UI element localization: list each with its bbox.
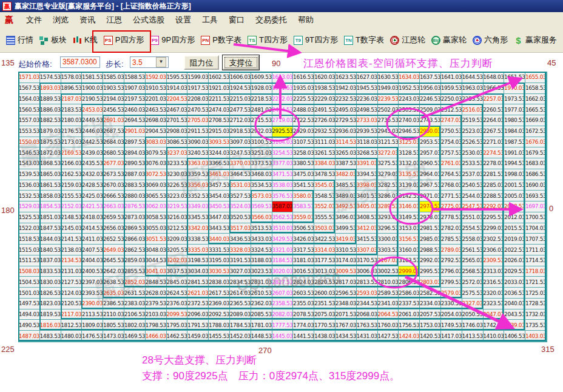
gann-cell: 1753.03 bbox=[420, 320, 441, 331]
gann-cell: 2684.03 bbox=[103, 137, 124, 148]
gann-cell: 2978.03 bbox=[420, 212, 441, 223]
gann-cell: 2887.03 bbox=[124, 169, 146, 180]
start-price-input[interactable]: 3587.0300 bbox=[60, 56, 100, 68]
gann-cell: 3478.53 bbox=[314, 169, 335, 180]
gann-cell: 2026.03 bbox=[504, 255, 525, 266]
toolbar-t-number-table[interactable]: TN T数字表 bbox=[344, 35, 384, 46]
gann-cell: 2292.03 bbox=[484, 201, 505, 212]
gann-cell: 3342.03 bbox=[187, 223, 209, 234]
gann-cell: 1567.53 bbox=[19, 83, 40, 94]
combo-dropdown-icon[interactable]: ▼ bbox=[156, 57, 166, 67]
step-combobox[interactable]: 3.5 ▼ bbox=[130, 56, 169, 68]
gann-cell: 2638.53 bbox=[103, 277, 124, 288]
toolbar-sectors[interactable]: 板块 bbox=[39, 35, 67, 46]
gann-cell: 2631.53 bbox=[124, 288, 146, 299]
gann-cell: 2880.03 bbox=[124, 191, 146, 201]
gann-cell: 3583.53 bbox=[293, 201, 314, 212]
gann-cell: 3167.03 bbox=[378, 255, 399, 266]
menu-stock-picker[interactable]: 公式选股 bbox=[127, 13, 170, 27]
toolbar-p-number-table[interactable]: PN P数字表 bbox=[201, 35, 241, 46]
gann-cell: 2558.03 bbox=[462, 234, 484, 245]
toolbar-winner-service[interactable]: $ 赢家服务 bbox=[514, 35, 557, 46]
gann-cell: 1641.03 bbox=[441, 72, 462, 83]
gann-cell: 2131.03 bbox=[61, 266, 83, 277]
gann-cell: 3492.53 bbox=[335, 201, 357, 212]
gann-cell: 2666.53 bbox=[103, 191, 124, 201]
gann-cell: 1970.03 bbox=[504, 83, 525, 94]
gann-cell: 1560.53 bbox=[19, 104, 40, 115]
menu-bar: 赢 文件 浏览 资讯 江恩 公式选股 设置 工具 窗口 交易委托 帮助 bbox=[0, 12, 563, 28]
gann-cell: 2099.53 bbox=[167, 309, 188, 320]
gann-cell: 2876.53 bbox=[124, 201, 146, 212]
gann-cell: 3517.03 bbox=[230, 223, 251, 234]
gann-cell: 2435.53 bbox=[82, 158, 103, 169]
toolbar-9t-square[interactable]: T9 9T四方形 bbox=[294, 35, 338, 46]
toolbar-9p-square[interactable]: P9 9P四方形 bbox=[150, 35, 195, 46]
toolbar-gann-wheel[interactable]: 江恩轮 bbox=[390, 35, 425, 46]
gann-cell: 3128.53 bbox=[399, 147, 420, 158]
gann-cell: 2936.03 bbox=[335, 126, 357, 137]
gann-cell: 2236.03 bbox=[357, 94, 378, 105]
gann-cell: 2344.53 bbox=[357, 299, 378, 309]
gann-cell: 2456.53 bbox=[103, 104, 124, 115]
gann-cell: 1445.03 bbox=[272, 331, 294, 342]
menu-trade[interactable]: 交易委托 bbox=[250, 13, 292, 27]
gann-cell: 3429.53 bbox=[272, 234, 294, 245]
gann-cell: 2670.03 bbox=[103, 180, 124, 191]
support-button[interactable]: 支撑位 bbox=[223, 55, 259, 70]
menu-window[interactable]: 窗口 bbox=[223, 13, 250, 27]
gann-cell: 1700.53 bbox=[525, 212, 547, 223]
gann-cell: 2348.03 bbox=[335, 299, 357, 309]
gann-cell: 2463.53 bbox=[146, 104, 167, 115]
gann-cell: 3300.03 bbox=[378, 234, 399, 245]
gann-cell: 2141.53 bbox=[61, 234, 83, 245]
gann-cell: 3027.03 bbox=[230, 266, 251, 277]
gann-cell: 3506.53 bbox=[293, 223, 314, 234]
menu-gann[interactable]: 江恩 bbox=[101, 13, 127, 27]
gann-cell: 3562.53 bbox=[272, 212, 294, 223]
menu-file[interactable]: 文件 bbox=[21, 13, 47, 27]
gann-cell: 2411.03 bbox=[82, 234, 103, 245]
toolbar-quotes[interactable]: 行情 bbox=[6, 35, 33, 46]
resistance-button[interactable]: 阻力位 bbox=[184, 55, 219, 70]
toolbar-p-square[interactable]: PS P四方形 bbox=[104, 35, 144, 46]
gann-cell: 1532.53 bbox=[19, 191, 40, 201]
gann-cell: 3254.53 bbox=[272, 147, 294, 158]
gann-cell: 3083.03 bbox=[146, 137, 167, 148]
gann-cell: 1788.03 bbox=[209, 320, 230, 331]
gann-cell: 3576.53 bbox=[272, 191, 294, 201]
gann-cell: 2442.53 bbox=[82, 137, 103, 148]
gann-cell: 1994.53 bbox=[504, 158, 525, 169]
gann-cell: 2722.53 bbox=[293, 115, 314, 126]
gann-cell: 3457.53 bbox=[209, 180, 230, 191]
menu-browse[interactable]: 浏览 bbox=[47, 13, 74, 27]
gann-cell: 3076.03 bbox=[146, 158, 167, 169]
gann-cell: 2012.03 bbox=[504, 212, 525, 223]
gann-cell: 2537.03 bbox=[462, 169, 484, 180]
gann-cell: 2239.53 bbox=[378, 94, 399, 105]
gann-cell: 1910.53 bbox=[146, 83, 167, 94]
gann-cell: 3380.53 bbox=[293, 158, 314, 169]
gann-cell: 3100.53 bbox=[251, 137, 272, 148]
menu-news[interactable]: 资讯 bbox=[74, 13, 101, 27]
gann-cell: 1805.53 bbox=[103, 320, 124, 331]
menu-settings[interactable]: 设置 bbox=[170, 13, 197, 27]
gann-cell: 2232.53 bbox=[335, 94, 357, 105]
toolbar-winner-wheel[interactable]: Big 赢家轮 bbox=[431, 35, 467, 46]
toolbar-kline[interactable]: K线 bbox=[73, 35, 98, 46]
toolbar-hexagon[interactable]: 六角形 bbox=[473, 35, 508, 46]
toolbar-t-square[interactable]: TS T四方形 bbox=[248, 35, 288, 46]
menu-help[interactable]: 帮助 bbox=[292, 13, 319, 27]
gann-cell: 2726.03 bbox=[314, 115, 335, 126]
gann-cell: 3205.53 bbox=[167, 245, 188, 255]
gann-cell: 2477.53 bbox=[230, 104, 251, 115]
gann-cell: 2775.03 bbox=[441, 201, 462, 212]
menu-tools[interactable]: 工具 bbox=[197, 13, 223, 27]
quote-table-icon bbox=[6, 36, 15, 45]
gann-cell: 1746.03 bbox=[462, 320, 484, 331]
gann-cell: 1476.53 bbox=[82, 331, 103, 342]
gann-cell: 2757.53 bbox=[441, 147, 462, 158]
gann-cell: 1781.03 bbox=[251, 320, 272, 331]
gann-cell: 2446.03 bbox=[82, 126, 103, 137]
chart-header-note: 江恩价格图表-空间循环支撑、压力判断 bbox=[303, 56, 493, 70]
